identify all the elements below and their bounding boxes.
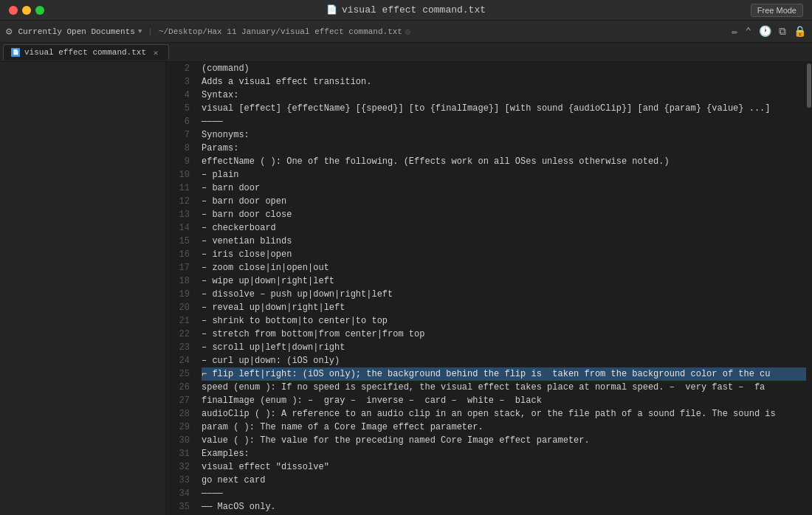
lock-icon[interactable]: 🔒: [794, 25, 806, 38]
line-number: 10: [172, 168, 190, 182]
maximize-dot[interactable]: [35, 6, 44, 15]
copy-icon[interactable]: ⧉: [779, 26, 786, 38]
code-line: value ( ): The value for the preceding n…: [202, 434, 806, 447]
code-line: Params:: [202, 142, 806, 155]
code-line: – curl up|down: (iOS only): [202, 354, 806, 367]
editor[interactable]: 2345678910111213141516171819202122232425…: [166, 62, 812, 515]
line-number: 27: [172, 394, 190, 407]
main-content: 2345678910111213141516171819202122232425…: [0, 62, 812, 515]
code-line: visual effect "dissolve": [202, 460, 806, 474]
window-controls: [9, 6, 44, 15]
documents-dropdown[interactable]: Currently Open Documents ▼: [18, 27, 142, 36]
line-number: 17: [172, 261, 190, 274]
line-number: 35: [172, 500, 190, 514]
line-number: 30: [172, 434, 190, 447]
line-number: 19: [172, 288, 190, 301]
toolbar-action-icons: ✏️ ⌃ 🕐 ⧉ 🔒: [732, 25, 806, 38]
code-line: Examples:: [202, 447, 806, 460]
scrollbar[interactable]: [806, 62, 812, 515]
code-line: Syntax:: [202, 89, 806, 102]
code-line: – shrink to bottom|to center|to top: [202, 314, 806, 328]
code-line: ── MacOS only.: [202, 500, 806, 514]
sidebar: [0, 62, 166, 515]
tab-label: visual effect command.txt: [24, 48, 146, 57]
code-line: audioClip ( ): A reference to an audio c…: [202, 407, 806, 421]
dropdown-label: Currently Open Documents: [18, 27, 134, 36]
code-line: (command): [202, 62, 806, 75]
code-line: ────: [202, 115, 806, 128]
line-number: 7: [172, 128, 190, 142]
code-lines: (command)Adds a visual effect transition…: [196, 62, 812, 515]
code-line: – venetian blinds: [202, 235, 806, 248]
code-line: effectName ( ): One of the following. (E…: [202, 155, 806, 168]
editor-content: 2345678910111213141516171819202122232425…: [166, 62, 812, 515]
code-line: visual [effect] {effectName} [{speed}] […: [202, 102, 806, 115]
path-indicator: ◎: [405, 27, 410, 36]
file-icon: 📄: [326, 4, 337, 15]
tab-file-icon: 📄: [11, 48, 20, 57]
line-number: 14: [172, 221, 190, 235]
line-number: 3: [172, 75, 190, 89]
line-number: 28: [172, 407, 190, 421]
title-bar: 📄 visual effect command.txt Free Mode: [0, 0, 812, 21]
code-line: – plain: [202, 168, 806, 182]
tab-bar: 📄 visual effect command.txt ✕: [0, 43, 812, 62]
line-number: 2: [172, 62, 190, 75]
line-number: 9: [172, 155, 190, 168]
line-number: 8: [172, 142, 190, 155]
code-line: speed (enum ): If no speed is specified,…: [202, 381, 806, 394]
line-number: 16: [172, 248, 190, 261]
minimize-dot[interactable]: [22, 6, 31, 15]
code-line: finalImage (enum ): – gray – inverse – c…: [202, 394, 806, 407]
file-path: ~/Desktop/Hax 11 January/visual effect c…: [159, 27, 410, 36]
edit-icon[interactable]: ✏️: [732, 25, 737, 38]
clock-icon[interactable]: 🕐: [759, 25, 771, 38]
line-number: 33: [172, 474, 190, 487]
gear-icon[interactable]: ⚙: [6, 25, 12, 38]
line-number: 18: [172, 274, 190, 288]
line-number: 25: [172, 367, 190, 381]
toolbar-separator: |: [148, 27, 153, 36]
tab-close-button[interactable]: ✕: [151, 47, 161, 58]
code-line: – dissolve – push up|down|right|left: [202, 288, 806, 301]
up-arrow-icon[interactable]: ⌃: [746, 25, 751, 38]
code-line: – wipe up|down|right|left: [202, 274, 806, 288]
line-number: 24: [172, 354, 190, 367]
code-line: ────: [202, 487, 806, 500]
window-title-text: visual effect command.txt: [342, 4, 486, 15]
line-number: 26: [172, 381, 190, 394]
code-line: – scroll up|left|down|right: [202, 341, 806, 354]
chevron-down-icon: ▼: [138, 28, 142, 35]
line-number: 23: [172, 341, 190, 354]
line-number: 6: [172, 115, 190, 128]
code-line: – stretch from bottom|from center|from t…: [202, 328, 806, 341]
code-line: param ( ): The name of a Core Image effe…: [202, 421, 806, 434]
code-line: – iris close|open: [202, 248, 806, 261]
line-number: 29: [172, 421, 190, 434]
line-number: 22: [172, 328, 190, 341]
line-number: 21: [172, 314, 190, 328]
scrollbar-thumb[interactable]: [807, 63, 811, 108]
line-number: 4: [172, 89, 190, 102]
code-line: – barn door: [202, 182, 806, 195]
toolbar: ⚙ Currently Open Documents ▼ | ~/Desktop…: [0, 21, 812, 43]
close-dot[interactable]: [9, 6, 18, 15]
line-number: 32: [172, 460, 190, 474]
line-number: 34: [172, 487, 190, 500]
line-number: 15: [172, 235, 190, 248]
code-line: – barn door close: [202, 208, 806, 221]
line-number: 5: [172, 102, 190, 115]
code-line: – zoom close|in|open|out: [202, 261, 806, 274]
line-number: 13: [172, 208, 190, 221]
line-number: 11: [172, 182, 190, 195]
tab-visual-effect[interactable]: 📄 visual effect command.txt ✕: [3, 44, 169, 60]
line-number: 31: [172, 447, 190, 460]
free-mode-button[interactable]: Free Mode: [751, 4, 803, 17]
line-numbers: 2345678910111213141516171819202122232425…: [166, 62, 196, 515]
line-number: 20: [172, 301, 190, 314]
title-bar-right: Free Mode: [751, 4, 803, 17]
code-line: Adds a visual effect transition.: [202, 75, 806, 89]
code-line: go next card: [202, 474, 806, 487]
code-line: – reveal up|down|right|left: [202, 301, 806, 314]
path-text: ~/Desktop/Hax 11 January/visual effect c…: [159, 27, 402, 36]
